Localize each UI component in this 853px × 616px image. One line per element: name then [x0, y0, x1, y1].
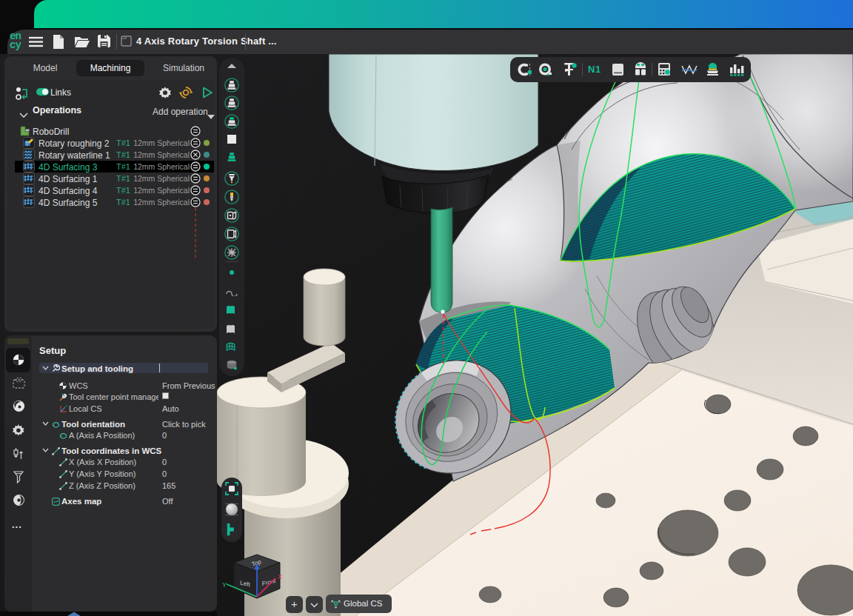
svg-text:X: X	[278, 573, 282, 580]
svg-text:Y: Y	[222, 581, 227, 589]
